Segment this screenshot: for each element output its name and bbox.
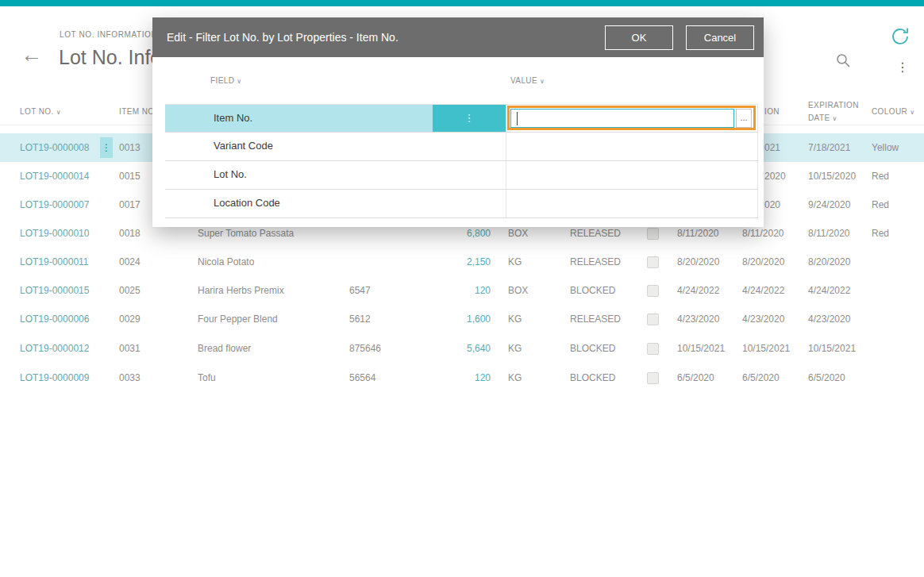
- expiration-date-cell: 4/24/2022: [808, 276, 870, 305]
- status-cell: BLOCKED: [570, 334, 638, 363]
- item-no-cell: 0029: [119, 305, 176, 333]
- assist-edit-button[interactable]: ...: [736, 109, 752, 128]
- lot-no-link[interactable]: LOT19-0000011: [20, 248, 99, 276]
- quantity-link[interactable]: 120: [429, 276, 491, 305]
- lot-no-link[interactable]: LOT19-0000007: [20, 190, 99, 219]
- unit-cell: KG: [508, 305, 552, 333]
- blocked-checkbox[interactable]: [647, 256, 659, 268]
- row-gutter: [165, 190, 187, 217]
- expiration-date-cell: 10/15/2021: [808, 334, 870, 363]
- row-menu-ellipsis-icon[interactable]: ⋮: [433, 105, 506, 132]
- filter-row-location-code[interactable]: Location Code: [165, 190, 758, 218]
- filter-dialog: Edit - Filter Lot No. by Lot Properties …: [152, 17, 764, 227]
- table-row[interactable]: LOT19-0000011 0024 Nicola Potato 2,150 K…: [0, 248, 924, 276]
- colour-cell: [872, 248, 922, 276]
- description-cell: Bread flower: [198, 334, 345, 363]
- lot-no-link[interactable]: LOT19-0000015: [20, 276, 99, 305]
- lot-no-link[interactable]: LOT19-0000014: [20, 162, 99, 190]
- filter-row-item-no[interactable]: Item No. ⋮ ...: [165, 104, 758, 133]
- column-header-lot-no[interactable]: LOT NO.∨: [20, 106, 61, 119]
- field-column-header[interactable]: FIELD∨: [210, 76, 242, 85]
- colour-cell: Red: [872, 190, 922, 219]
- certificate-no-cell: 875646: [349, 334, 425, 363]
- item-no-filter-input[interactable]: [510, 109, 734, 128]
- expiration-date-cell: 9/24/2020: [808, 190, 870, 219]
- expiration-date-cell: 7/18/2021: [808, 133, 870, 162]
- lot-no-link[interactable]: LOT19-0000012: [20, 334, 99, 363]
- item-no-cell: 0033: [119, 364, 176, 392]
- blocked-checkbox[interactable]: [647, 314, 659, 325]
- expiration-date-cell: 6/5/2020: [808, 364, 870, 392]
- covered-date-fragment: 020: [764, 190, 804, 219]
- refresh-icon[interactable]: [889, 25, 911, 48]
- more-options-icon[interactable]: ⋮: [895, 59, 910, 76]
- value-cell: ...: [506, 105, 758, 132]
- column-header-item-no[interactable]: ITEM NO: [119, 106, 154, 118]
- date-cell: 8/20/2020: [677, 248, 739, 276]
- sort-caret-icon: ∨: [910, 109, 914, 116]
- value-column-header[interactable]: VALUE∨: [510, 76, 545, 85]
- column-header-expiration-date[interactable]: EXPIRATION DATE∨: [808, 99, 862, 125]
- unit-cell: BOX: [508, 276, 552, 305]
- screen: LOT NO. INFORMATION ← Lot No. Infor ⋮ LO…: [0, 0, 924, 577]
- colour-cell: Red: [872, 162, 922, 190]
- lot-no-link[interactable]: LOT19-0000010: [20, 219, 99, 248]
- column-header-colour[interactable]: COLOUR∨: [872, 106, 914, 119]
- field-name: Item No.: [187, 105, 433, 132]
- row-context-menu-icon[interactable]: ⋮: [100, 137, 113, 158]
- table-row[interactable]: LOT19-0000015 0025 Harira Herbs Premix 6…: [0, 276, 924, 305]
- filter-row-lot-no[interactable]: Lot No.: [165, 161, 758, 190]
- date-cell: 10/15/2021: [677, 334, 739, 363]
- date-cell: 8/20/2020: [742, 248, 804, 276]
- value-cell[interactable]: [506, 133, 758, 160]
- field-name: Lot No.: [187, 161, 433, 189]
- value-cell[interactable]: [506, 161, 758, 189]
- blocked-checkbox[interactable]: [647, 228, 659, 240]
- page-title: Lot No. Infor: [59, 46, 168, 69]
- cancel-button[interactable]: Cancel: [686, 25, 754, 50]
- back-arrow-icon[interactable]: ←: [21, 44, 42, 66]
- lot-no-link[interactable]: LOT19-0000006: [20, 305, 99, 333]
- date-cell: 4/24/2022: [742, 276, 804, 305]
- date-cell: 4/23/2020: [742, 305, 804, 333]
- expiration-date-cell: 8/11/2020: [808, 219, 870, 248]
- field-name: Location Code: [187, 190, 433, 217]
- column-header-covered-fragment: ION: [764, 106, 780, 118]
- blocked-checkbox[interactable]: [647, 343, 659, 355]
- quantity-link[interactable]: 2,150: [429, 248, 491, 276]
- certificate-no-cell: [349, 248, 425, 276]
- dropdown-caret-icon: ∨: [237, 78, 241, 85]
- blocked-checkbox[interactable]: [647, 285, 659, 297]
- sort-caret-icon: ∨: [56, 109, 61, 116]
- colour-cell: [872, 276, 922, 305]
- expiration-date-cell: 10/15/2020: [808, 162, 870, 190]
- quantity-link[interactable]: 120: [429, 364, 491, 392]
- description-cell: Tofu: [198, 364, 345, 392]
- lot-no-link[interactable]: LOT19-0000009: [20, 364, 99, 392]
- search-icon[interactable]: [835, 52, 851, 68]
- covered-date-fragment: 2020: [764, 162, 804, 190]
- filter-table: Item No. ⋮ ... Variant Code: [165, 104, 758, 218]
- table-row[interactable]: LOT19-0000009 0033 Tofu 56564 120 KG BLO…: [0, 364, 924, 392]
- quantity-link[interactable]: 1,600: [429, 305, 491, 333]
- quantity-link[interactable]: 5,640: [429, 334, 491, 363]
- item-no-cell: 0025: [119, 276, 176, 305]
- value-cell[interactable]: [506, 190, 758, 217]
- lot-no-link[interactable]: LOT19-0000008: [20, 133, 99, 162]
- date-cell: 4/23/2020: [677, 305, 739, 333]
- unit-cell: KG: [508, 248, 552, 276]
- text-caret: [517, 112, 518, 125]
- certificate-no-cell: 5612: [349, 305, 425, 333]
- dropdown-caret-icon: ∨: [540, 78, 545, 85]
- row-gutter: [165, 105, 187, 132]
- filter-row-variant-code[interactable]: Variant Code: [165, 133, 758, 161]
- description-cell: Four Pepper Blend: [198, 305, 345, 333]
- table-row[interactable]: LOT19-0000012 0031 Bread flower 875646 5…: [0, 334, 924, 363]
- blocked-checkbox[interactable]: [647, 372, 659, 384]
- page-caption: LOT NO. INFORMATION: [60, 30, 157, 39]
- table-row[interactable]: LOT19-0000006 0029 Four Pepper Blend 561…: [0, 305, 924, 333]
- date-cell: 10/15/2021: [742, 334, 804, 363]
- colour-cell: [872, 364, 922, 392]
- ok-button[interactable]: OK: [605, 25, 673, 50]
- unit-cell: KG: [508, 364, 552, 392]
